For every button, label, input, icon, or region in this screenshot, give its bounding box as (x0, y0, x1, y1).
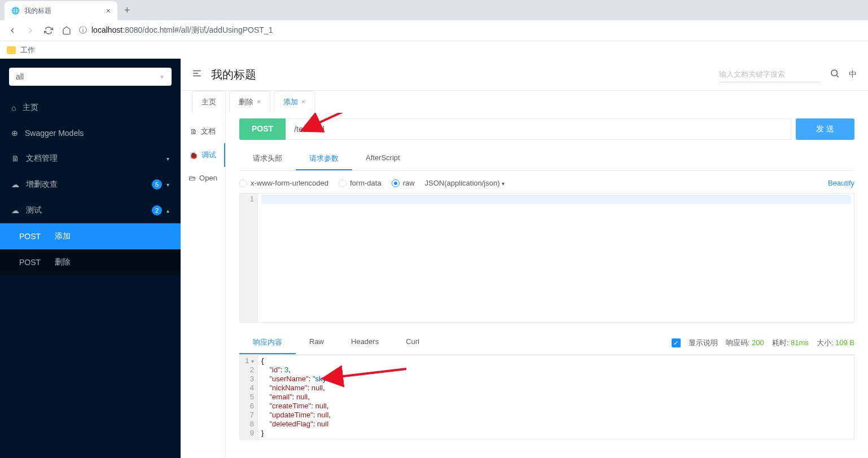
radio-icon (392, 179, 400, 187)
request-sub-tabs: 请求头部 请求参数 AfterScript (239, 148, 854, 171)
api-group-select[interactable]: all ▼ (9, 68, 172, 86)
time-label: 耗时: (772, 338, 789, 347)
chevron-up-icon: ▴ (166, 208, 169, 214)
bug-icon: 🐞 (189, 151, 198, 160)
left-nav-label: 调试 (201, 150, 216, 160)
forward-icon[interactable] (25, 25, 36, 36)
radio-icon (339, 179, 347, 187)
browser-chrome: 🌐 我的标题 × + ⓘ localhost:8080/doc.html#/al… (0, 0, 868, 59)
browser-tab[interactable]: 🌐 我的标题 × (5, 1, 117, 20)
response-size: 109 B (835, 338, 854, 347)
sidebar-item-label: 测试 (26, 205, 42, 215)
menu-toggle-icon[interactable] (192, 68, 202, 81)
response-body-editor[interactable]: 1 ▾23456789 { "id": 3, "userName": "sky"… (239, 355, 854, 439)
globe-icon: 🌐 (11, 7, 20, 15)
close-icon[interactable]: × (106, 6, 111, 15)
checkbox-icon[interactable]: ✓ (672, 338, 681, 347)
radio-urlencoded[interactable]: x-www-form-urlencoded (239, 179, 328, 187)
response-tab-headers[interactable]: Headers (337, 332, 392, 354)
tab-label: 删除 (239, 97, 253, 107)
sidebar-subitem-add[interactable]: POST 添加 (0, 223, 181, 249)
sub-tab-headers[interactable]: 请求头部 (239, 148, 296, 170)
open-icon: 🗁 (188, 174, 196, 182)
sub-tab-params[interactable]: 请求参数 (296, 148, 352, 170)
show-desc-label: 显示说明 (689, 338, 718, 348)
language-switch[interactable]: 中 (849, 69, 857, 80)
beautify-button[interactable]: Beautify (828, 179, 854, 187)
folder-icon (7, 46, 16, 54)
sidebar-item-models[interactable]: ⊕ Swagger Models (0, 121, 181, 146)
sidebar: all ▼ ⌂ 主页 ⊕ Swagger Models 🗎 文档管理 ▾ ☁ 增… (0, 59, 181, 458)
search-input[interactable] (719, 67, 821, 82)
bookmark-item[interactable]: 工作 (20, 45, 35, 55)
new-tab-button[interactable]: + (124, 5, 130, 16)
browser-tab-bar: 🌐 我的标题 × + (0, 0, 868, 20)
response-tabs-row: 响应内容 Raw Headers Curl ✓ 显示说明 响应码: 200 耗时… (239, 332, 854, 355)
sidebar-item-test[interactable]: ☁ 测试 2 ▴ (0, 197, 181, 223)
bookmark-bar: 工作 (0, 41, 868, 59)
right-panel: POST /test/add 发 送 请求头部 请求参数 AfterScript… (226, 113, 868, 458)
sidebar-item-crud[interactable]: ☁ 增删改查 5 ▾ (0, 171, 181, 197)
url-bar[interactable]: ⓘ localhost:8080/doc.html#/all/测试/addUsi… (79, 25, 861, 36)
request-line: POST /test/add 发 送 (239, 118, 854, 140)
chevron-down-icon: ▼ (159, 74, 165, 80)
sidebar-item-label: 文档管理 (26, 153, 58, 164)
method-label: POST (19, 258, 45, 267)
home-icon[interactable] (61, 25, 72, 36)
cloud-icon: ☁ (11, 206, 19, 215)
sub-tab-afterscript[interactable]: AfterScript (352, 148, 414, 170)
radio-label: x-www-form-urlencoded (251, 179, 328, 187)
doc-icon: 🗎 (190, 127, 198, 136)
left-nav-doc[interactable]: 🗎 文档 (181, 120, 225, 143)
url-path: /doc.html#/all/测试/addUsingPOST_1 (142, 25, 273, 34)
tab-home[interactable]: 主页 (192, 91, 226, 113)
doc-icon: 🗎 (11, 154, 19, 163)
app-container: all ▼ ⌂ 主页 ⊕ Swagger Models 🗎 文档管理 ▾ ☁ 增… (0, 59, 868, 458)
chevron-down-icon: ▾ (166, 182, 169, 188)
method-label: POST (19, 232, 45, 241)
sidebar-subitem-delete[interactable]: POST 删除 (0, 249, 181, 275)
left-nav-debug[interactable]: 🐞 调试 (181, 143, 225, 167)
reload-icon[interactable] (43, 25, 54, 36)
editor-content: { "id": 3, "userName": "sky", "nickName"… (258, 355, 854, 439)
search-icon[interactable] (830, 68, 840, 81)
left-nav-label: Open (199, 174, 217, 182)
info-icon: ⓘ (79, 25, 87, 36)
chevron-down-icon: ▾ (166, 156, 169, 162)
sidebar-item-doc-manage[interactable]: 🗎 文档管理 ▾ (0, 146, 181, 171)
code-label: 响应码: (726, 338, 750, 347)
left-nav: 🗎 文档 🐞 调试 🗁 Open (181, 113, 226, 458)
response-info: ✓ 显示说明 响应码: 200 耗时: 81ms 大小: 109 B (672, 338, 854, 348)
back-icon[interactable] (7, 25, 18, 36)
sidebar-item-label: Swagger Models (25, 129, 84, 138)
count-badge: 5 (152, 179, 162, 190)
sidebar-item-label: 主页 (23, 103, 38, 113)
response-tab-content[interactable]: 响应内容 (239, 332, 296, 354)
page-title: 我的标题 (211, 67, 256, 82)
tab-label: 主页 (201, 97, 216, 107)
send-button[interactable]: 发 送 (796, 118, 854, 140)
editor-content[interactable] (258, 193, 854, 322)
url-port: :8080 (122, 25, 142, 34)
tab-delete[interactable]: 删除 × (229, 91, 270, 113)
tab-label: 添加 (283, 97, 298, 107)
radio-label: form-data (350, 179, 382, 187)
chevron-down-icon: ▾ (502, 180, 505, 187)
response-tab-raw[interactable]: Raw (296, 332, 337, 354)
method-badge: POST (239, 118, 286, 140)
close-icon[interactable]: × (301, 98, 305, 106)
radio-label: raw (403, 179, 415, 187)
radio-raw[interactable]: raw (392, 179, 415, 187)
home-icon: ⌂ (11, 103, 16, 112)
tab-add[interactable]: 添加 × (274, 91, 315, 113)
sidebar-item-home[interactable]: ⌂ 主页 (0, 95, 181, 121)
response-tab-curl[interactable]: Curl (392, 332, 433, 354)
url-input[interactable]: /test/add (286, 118, 791, 140)
left-nav-open[interactable]: 🗁 Open (181, 167, 225, 189)
request-body-editor[interactable]: 1 (239, 193, 854, 323)
response-time: 81ms (791, 338, 809, 347)
close-icon[interactable]: × (257, 98, 261, 106)
radio-formdata[interactable]: form-data (339, 179, 382, 187)
svg-line-4 (836, 75, 838, 77)
content-type-select[interactable]: JSON(application/json) ▾ (425, 179, 505, 187)
